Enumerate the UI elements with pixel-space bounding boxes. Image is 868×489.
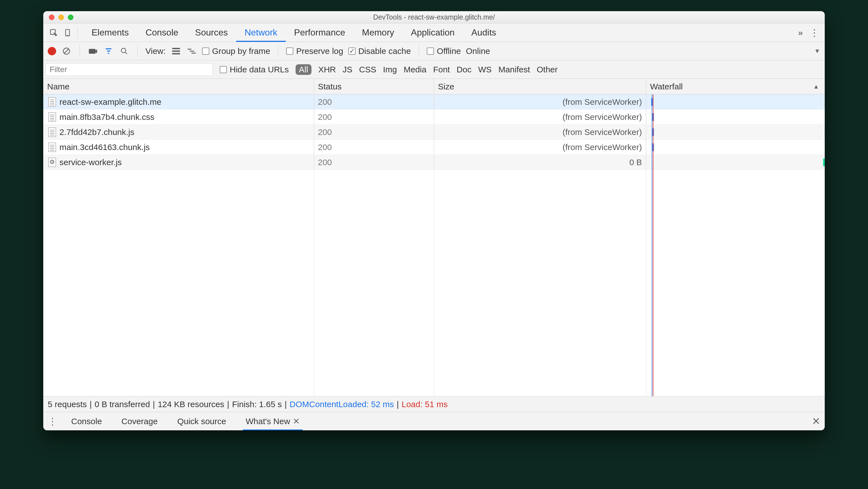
svg-point-6 [121,48,126,53]
separator [418,45,419,57]
separator [77,27,78,39]
table-row[interactable]: 2.7fdd42b7.chunk.js200(from ServiceWorke… [43,125,825,140]
zoom-window-button[interactable] [68,15,73,20]
preserve-log-checkbox[interactable]: Preserve log [286,47,343,56]
drawer-tab-console[interactable]: Console [68,412,105,430]
request-size: (from ServiceWorker) [434,125,646,139]
drawer-menu-icon[interactable]: ⋮ [48,416,57,427]
search-icon[interactable] [119,47,129,55]
svg-rect-5 [89,49,95,54]
tab-performance[interactable]: Performance [286,24,353,41]
filter-type-xhr[interactable]: XHR [318,65,336,74]
request-size: (from ServiceWorker) [434,94,646,109]
record-button[interactable] [48,47,56,55]
group-by-frame-checkbox[interactable]: Group by frame [202,47,270,56]
minimize-window-button[interactable] [58,15,64,20]
column-header-name[interactable]: Name [43,79,314,94]
table-row[interactable]: service-worker.js2000 B [43,155,825,170]
throttling-dropdown-icon[interactable]: ▼ [814,48,820,55]
document-icon [48,112,56,122]
filter-type-other[interactable]: Other [537,65,558,74]
filter-type-media[interactable]: Media [404,65,427,74]
request-status: 200 [314,155,434,170]
tab-sources[interactable]: Sources [187,24,236,41]
device-toolbar-icon[interactable] [61,29,74,37]
clear-button[interactable] [61,47,72,55]
tab-elements[interactable]: Elements [83,24,137,41]
svg-rect-9 [172,50,180,52]
request-size: 0 B [434,155,646,170]
inspect-element-icon[interactable] [46,29,61,37]
column-header-size[interactable]: Size [434,79,646,94]
filter-type-manifest[interactable]: Manifest [498,65,530,74]
checkbox-icon [220,66,227,73]
request-name: service-worker.js [59,157,122,167]
table-row[interactable]: main.8fb3a7b4.chunk.css200(from ServiceW… [43,110,825,125]
separator [80,45,80,57]
main-tabstrip: ElementsConsoleSourcesNetworkPerformance… [43,24,825,42]
tab-application[interactable]: Application [402,24,463,41]
checkbox-icon [348,48,355,55]
tab-network[interactable]: Network [236,24,285,41]
checkbox-icon [202,48,209,55]
table-row[interactable]: react-sw-example.glitch.me200(from Servi… [43,94,825,110]
large-rows-icon[interactable] [171,48,181,55]
filter-type-ws[interactable]: WS [478,65,492,74]
tab-memory[interactable]: Memory [353,24,403,41]
svg-line-4 [64,49,69,53]
tab-console[interactable]: Console [137,24,186,41]
overflow-tabs-icon[interactable]: » [794,28,807,37]
filter-type-font[interactable]: Font [433,65,450,74]
filter-icon[interactable] [103,47,114,55]
tab-audits[interactable]: Audits [463,24,505,41]
checkbox-icon [286,48,293,55]
document-icon [48,127,56,137]
kebab-menu-icon[interactable]: ⋮ [807,27,822,38]
hide-data-urls-checkbox[interactable]: Hide data URLs [220,65,289,74]
request-waterfall [646,125,825,139]
filter-input[interactable] [45,63,213,76]
disable-cache-label: Disable cache [359,47,411,56]
online-select[interactable]: Online [466,47,490,56]
summary-bar: 5 requests| 0 B transferred| 124 KB reso… [43,396,825,412]
network-toolbar: View: Group by frame Preserve log Disabl… [43,42,825,60]
filter-type-doc[interactable]: Doc [457,65,471,74]
document-icon [48,143,56,152]
svg-rect-10 [172,53,180,55]
column-header-waterfall[interactable]: Waterfall ▲ [646,79,825,94]
filter-type-css[interactable]: CSS [359,65,376,74]
waterfall-bar [652,128,654,136]
separator [278,45,278,57]
svg-line-7 [125,52,127,54]
offline-label: Offline [437,47,461,56]
sort-ascending-icon: ▲ [813,83,819,90]
drawer-tab-coverage[interactable]: Coverage [119,412,160,430]
request-waterfall [646,110,825,124]
drawer-tabstrip: ⋮ ConsoleCoverageQuick sourceWhat's New … [43,412,825,430]
drawer-tab-quick-source[interactable]: Quick source [175,412,229,430]
summary-transferred: 0 B transferred [95,400,150,409]
close-tab-icon[interactable]: ✕ [293,416,300,426]
request-waterfall [646,140,825,154]
request-size: (from ServiceWorker) [434,140,646,154]
waterfall-bar [823,159,825,166]
filter-type-js[interactable]: JS [342,65,352,74]
filter-type-img[interactable]: Img [383,65,397,74]
svg-rect-8 [172,48,180,49]
preserve-log-label: Preserve log [296,47,343,56]
table-row[interactable]: main.3cd46163.chunk.js200(from ServiceWo… [43,140,825,155]
column-header-status[interactable]: Status [314,79,434,94]
close-drawer-icon[interactable]: ✕ [812,415,820,427]
disable-cache-checkbox[interactable]: Disable cache [348,47,411,56]
devtools-window: DevTools - react-sw-example.glitch.me/ E… [43,11,825,430]
capture-screenshots-icon[interactable] [88,48,98,55]
drawer-tab-what-s-new[interactable]: What's New ✕ [243,412,303,430]
view-label: View: [146,47,166,56]
network-table-header: Name Status Size Waterfall ▲ [43,79,825,94]
request-waterfall [646,155,825,170]
overview-icon[interactable] [186,48,197,54]
offline-checkbox[interactable]: Offline [427,47,461,56]
filter-type-all[interactable]: All [296,64,311,75]
close-window-button[interactable] [49,15,55,20]
request-status: 200 [314,110,434,124]
